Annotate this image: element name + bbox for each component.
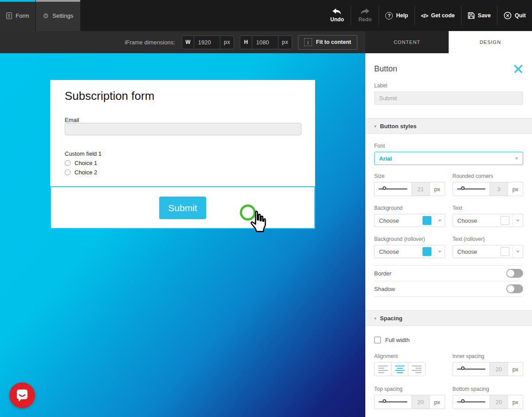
top-spacing-control: px <box>374 395 445 409</box>
inner-spacing-slider[interactable] <box>453 362 490 376</box>
get-code-button[interactable]: </> Get code <box>421 12 455 19</box>
top-actions: Undo Redo ? Help </> Get code <box>329 0 532 31</box>
top-bar: Form ⚙ Settings Undo Redo <box>0 0 532 31</box>
size-input[interactable] <box>412 182 430 196</box>
font-select[interactable]: Arial <box>374 152 523 165</box>
select-caret-cell <box>434 214 445 227</box>
size-value-cell <box>411 182 430 196</box>
bottom-spacing-control: px <box>453 395 524 409</box>
top-spacing-input[interactable] <box>412 395 430 409</box>
text-rollover-swatch <box>501 247 509 256</box>
shadow-row: Shadow <box>374 281 523 296</box>
label-field-label: Label <box>374 83 523 89</box>
slider-knob[interactable] <box>461 366 465 370</box>
spacing-section-header[interactable]: ▾ Spacing <box>365 310 532 326</box>
tab-settings[interactable]: ⚙ Settings <box>36 0 80 31</box>
rounded-corners-control: px <box>453 182 524 196</box>
iframe-width-input[interactable] <box>194 36 220 49</box>
slider-knob[interactable] <box>383 399 386 403</box>
text-rollover-label: Text (rollover) <box>453 236 524 242</box>
align-right-button[interactable] <box>408 362 425 376</box>
radio-button[interactable] <box>65 160 70 166</box>
chat-bubble-icon <box>15 388 30 403</box>
tab-content[interactable]: CONTENT <box>365 31 449 53</box>
quit-icon <box>504 12 512 20</box>
redo-label: Redo <box>358 16 372 23</box>
slider-knob[interactable] <box>383 186 386 190</box>
quit-button[interactable]: Quit <box>504 12 526 20</box>
chevron-down-icon <box>515 157 518 160</box>
align-center-icon <box>395 366 405 373</box>
rounded-corners-label: Rounded corners <box>453 173 524 179</box>
top-spacing-slider[interactable] <box>375 395 411 409</box>
email-input[interactable] <box>65 123 301 135</box>
choice-2-label: Choice 2 <box>74 169 97 176</box>
alignment-inner-row: Alignment Inner spacing <box>374 353 523 376</box>
inner-spacing-label: Inner spacing <box>453 353 524 359</box>
slider-knob[interactable] <box>461 399 465 403</box>
align-center-button[interactable] <box>391 362 408 376</box>
chevron-down-icon <box>438 251 442 253</box>
full-width-checkbox[interactable] <box>374 337 381 343</box>
divider <box>497 6 497 25</box>
background-color-select[interactable]: Choose <box>374 214 445 227</box>
panel-header: Button <box>374 64 523 74</box>
size-slider[interactable] <box>375 182 411 196</box>
bottom-spacing-label: Bottom spacing <box>453 386 524 392</box>
text-color-select[interactable]: Choose <box>453 214 524 227</box>
text-rollover-select[interactable]: Choose <box>453 245 524 258</box>
size-unit: px <box>430 182 445 196</box>
divider <box>461 6 462 25</box>
radio-button[interactable] <box>65 169 70 175</box>
slider-track <box>457 401 486 402</box>
undo-button[interactable]: Undo <box>329 8 344 23</box>
rounded-corners-input[interactable] <box>490 182 508 196</box>
collapse-caret-icon: ▾ <box>374 124 376 129</box>
submit-button[interactable]: Submit <box>159 197 206 219</box>
choice-2-option[interactable]: Choice 2 <box>65 169 97 176</box>
choice-1-option[interactable]: Choice 1 <box>65 160 97 166</box>
button-label-input[interactable] <box>374 91 523 105</box>
code-icon: </> <box>421 12 428 19</box>
divider <box>351 6 351 25</box>
selected-button-block[interactable]: Submit <box>50 186 315 229</box>
inner-spacing-input[interactable] <box>490 362 508 376</box>
divider <box>374 296 523 297</box>
close-icon[interactable] <box>513 64 523 74</box>
shadow-toggle[interactable] <box>506 284 523 293</box>
slider-track <box>379 189 407 189</box>
main-tabs: Form ⚙ Settings <box>0 0 80 31</box>
slider-knob[interactable] <box>461 186 465 190</box>
redo-button[interactable]: Redo <box>357 8 372 23</box>
toggle-knob <box>507 285 514 292</box>
help-label: Help <box>396 12 408 19</box>
tab-form[interactable]: Form <box>0 0 36 31</box>
background-rollover-select[interactable]: Choose <box>374 245 445 258</box>
height-unit: px <box>278 36 292 49</box>
form-builder-app: Form ⚙ Settings Undo Redo <box>0 0 532 417</box>
text-rollover-choose-label: Choose <box>458 248 501 255</box>
fit-to-content-button[interactable]: ↕ Fit to content <box>298 35 357 50</box>
select-caret-cell <box>512 214 523 227</box>
form-preview-card[interactable]: Subscription form Email Custom field 1 C… <box>50 80 315 186</box>
get-code-label: Get code <box>431 12 455 19</box>
bottom-spacing-slider[interactable] <box>453 395 490 409</box>
top-spacing-unit: px <box>430 395 445 409</box>
button-styles-section-header[interactable]: ▾ Button styles <box>365 118 532 134</box>
iframe-height-input[interactable] <box>252 36 278 49</box>
background-choose-label: Choose <box>379 217 422 224</box>
align-left-button[interactable] <box>375 362 391 376</box>
border-toggle[interactable] <box>506 269 523 278</box>
select-caret-cell <box>512 245 523 258</box>
section-title: Spacing <box>380 315 403 322</box>
tab-design[interactable]: DESIGN <box>449 31 532 53</box>
divider <box>415 6 415 25</box>
save-button[interactable]: Save <box>468 12 491 19</box>
background-rollover-label: Background (rollover) <box>374 236 445 242</box>
rounded-corners-slider[interactable] <box>453 182 490 196</box>
help-button[interactable]: ? Help <box>385 12 408 20</box>
chat-widget-button[interactable] <box>9 382 35 408</box>
select-caret-cell <box>434 245 445 258</box>
tab-form-label: Form <box>16 12 29 19</box>
bottom-spacing-input[interactable] <box>490 395 508 409</box>
